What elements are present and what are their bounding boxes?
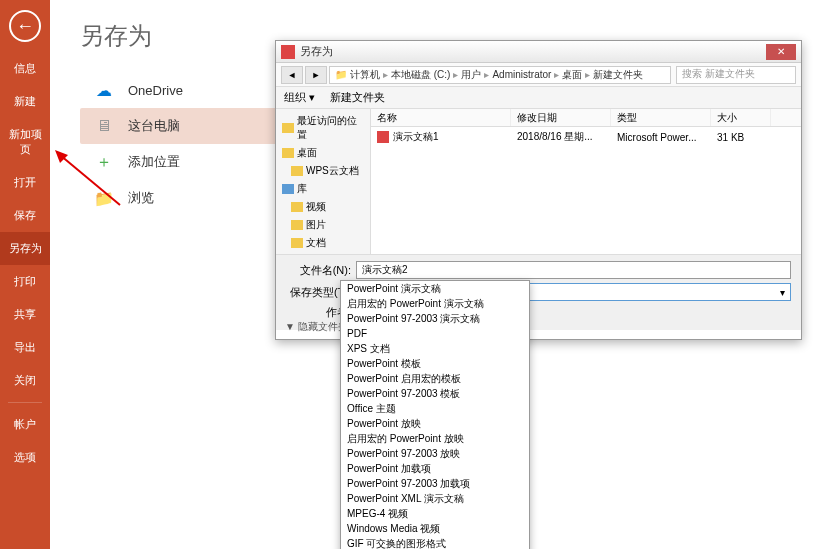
folder-tree[interactable]: 最近访问的位置桌面WPS云文档库视频图片文档音乐Administrator计算机…: [276, 109, 371, 254]
filetype-option[interactable]: PowerPoint 启用宏的模板: [341, 371, 529, 386]
sidebar-item-6[interactable]: 打印: [0, 265, 50, 298]
breadcrumb[interactable]: 📁 计算机 ▸ 本地磁盘 (C:) ▸ 用户 ▸ Administrator ▸…: [329, 66, 671, 84]
breadcrumb-segment[interactable]: Administrator: [492, 69, 551, 80]
sidebar-item-11[interactable]: 选项: [0, 441, 50, 474]
sidebar-item-5[interactable]: 另存为: [0, 232, 50, 265]
folder-icon: [282, 123, 294, 133]
folder-icon: [291, 220, 303, 230]
filetype-option[interactable]: 启用宏的 PowerPoint 放映: [341, 431, 529, 446]
filename-label: 文件名(N):: [286, 263, 351, 278]
location-icon: ＋: [92, 152, 116, 172]
file-panel: 名称 修改日期 类型 大小 演示文稿12018/8/16 星期...Micros…: [371, 109, 801, 254]
tree-item[interactable]: 文档: [279, 234, 367, 252]
tree-item[interactable]: WPS云文档: [279, 162, 367, 180]
tree-item[interactable]: 视频: [279, 198, 367, 216]
filetype-option[interactable]: GIF 可交换的图形格式: [341, 536, 529, 549]
col-type[interactable]: 类型: [611, 109, 711, 126]
filetype-option[interactable]: PDF: [341, 326, 529, 341]
location-icon: 🖥: [92, 116, 116, 136]
sidebar-item-3[interactable]: 打开: [0, 166, 50, 199]
sidebar-item-0[interactable]: 信息: [0, 52, 50, 85]
chevron-down-icon: ▾: [780, 287, 785, 298]
filetype-option[interactable]: PowerPoint 97-2003 模板: [341, 386, 529, 401]
folder-icon: [282, 184, 294, 194]
close-button[interactable]: ✕: [766, 44, 796, 60]
hide-folders-toggle[interactable]: ▼ 隐藏文件夹: [285, 320, 348, 334]
breadcrumb-segment[interactable]: 本地磁盘 (C:): [391, 68, 450, 82]
sidebar-item-1[interactable]: 新建: [0, 85, 50, 118]
dialog-toolbar: 组织 ▾ 新建文件夹: [276, 87, 801, 109]
filetype-option[interactable]: MPEG-4 视频: [341, 506, 529, 521]
filetype-option[interactable]: Office 主题: [341, 401, 529, 416]
file-row[interactable]: 演示文稿12018/8/16 星期...Microsoft Power...31…: [371, 127, 801, 147]
folder-icon: 📁: [335, 69, 347, 80]
left-sidebar: ← 信息新建新加项页打开保存另存为打印共享导出关闭帐户选项: [0, 0, 50, 549]
new-folder-button[interactable]: 新建文件夹: [330, 90, 385, 105]
filetype-option[interactable]: XPS 文档: [341, 341, 529, 356]
folder-icon: [291, 166, 303, 176]
folder-icon: [282, 148, 294, 158]
breadcrumb-segment[interactable]: 桌面: [562, 68, 582, 82]
tree-item[interactable]: 图片: [279, 216, 367, 234]
filetype-option[interactable]: PowerPoint 演示文稿: [341, 281, 529, 296]
sidebar-item-10[interactable]: 帐户: [0, 408, 50, 441]
back-arrow-button[interactable]: ←: [9, 10, 41, 42]
nav-back-button[interactable]: ◄: [281, 66, 303, 84]
breadcrumb-segment[interactable]: 计算机: [350, 68, 380, 82]
sidebar-item-4[interactable]: 保存: [0, 199, 50, 232]
filetype-option[interactable]: Windows Media 视频: [341, 521, 529, 536]
col-date[interactable]: 修改日期: [511, 109, 611, 126]
filetype-dropdown[interactable]: PowerPoint 演示文稿启用宏的 PowerPoint 演示文稿Power…: [340, 280, 530, 549]
col-name[interactable]: 名称: [371, 109, 511, 126]
nav-forward-button[interactable]: ►: [305, 66, 327, 84]
tree-item[interactable]: 最近访问的位置: [279, 112, 367, 144]
tree-item[interactable]: 库: [279, 180, 367, 198]
folder-icon: [291, 238, 303, 248]
file-icon: [377, 131, 389, 143]
filetype-option[interactable]: PowerPoint 97-2003 加载项: [341, 476, 529, 491]
sidebar-item-9[interactable]: 关闭: [0, 364, 50, 397]
filetype-option[interactable]: PowerPoint 97-2003 放映: [341, 446, 529, 461]
filename-input[interactable]: [356, 261, 791, 279]
filetype-option[interactable]: 启用宏的 PowerPoint 演示文稿: [341, 296, 529, 311]
search-input[interactable]: 搜索 新建文件夹: [676, 66, 796, 84]
sidebar-item-2[interactable]: 新加项页: [0, 118, 50, 166]
powerpoint-icon: [281, 45, 295, 59]
filetype-option[interactable]: PowerPoint 放映: [341, 416, 529, 431]
filetype-option[interactable]: PowerPoint 模板: [341, 356, 529, 371]
location-icon: ☁: [92, 80, 116, 100]
dialog-nav: ◄ ► 📁 计算机 ▸ 本地磁盘 (C:) ▸ 用户 ▸ Administrat…: [276, 63, 801, 87]
sidebar-item-7[interactable]: 共享: [0, 298, 50, 331]
tree-item[interactable]: 桌面: [279, 144, 367, 162]
folder-icon: [291, 202, 303, 212]
dialog-title: 另存为: [300, 44, 766, 59]
sidebar-item-8[interactable]: 导出: [0, 331, 50, 364]
filetype-option[interactable]: PowerPoint 97-2003 演示文稿: [341, 311, 529, 326]
breadcrumb-segment[interactable]: 用户: [461, 68, 481, 82]
col-size[interactable]: 大小: [711, 109, 771, 126]
dialog-titlebar: 另存为 ✕: [276, 41, 801, 63]
tree-item[interactable]: 音乐: [279, 252, 367, 254]
filetype-option[interactable]: PowerPoint 加载项: [341, 461, 529, 476]
organize-button[interactable]: 组织 ▾: [284, 90, 315, 105]
file-list-header: 名称 修改日期 类型 大小: [371, 109, 801, 127]
breadcrumb-segment[interactable]: 新建文件夹: [593, 68, 643, 82]
location-icon: 📁: [92, 188, 116, 208]
filetype-option[interactable]: PowerPoint XML 演示文稿: [341, 491, 529, 506]
